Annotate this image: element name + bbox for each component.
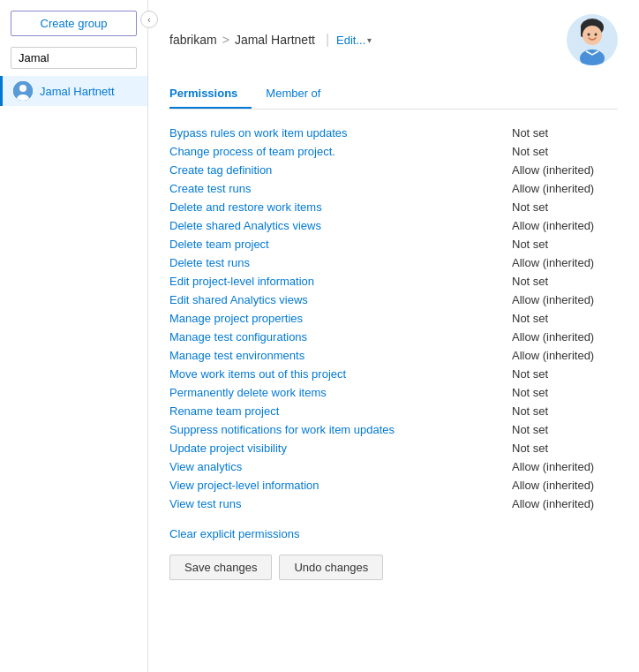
permission-name[interactable]: Bypass rules on work item updates: [169, 126, 348, 140]
permission-row: Delete shared Analytics viewsAllow (inhe…: [169, 216, 618, 235]
breadcrumb-user: Jamal Hartnett: [235, 33, 315, 47]
edit-label: Edit...: [336, 34, 365, 47]
permission-name[interactable]: View test runs: [169, 497, 241, 510]
permission-name[interactable]: Edit shared Analytics views: [169, 293, 308, 306]
tab-permissions[interactable]: Permissions: [169, 79, 252, 109]
collapse-button[interactable]: ‹: [140, 11, 158, 28]
permission-value: Allow (inherited): [512, 349, 618, 362]
permission-name[interactable]: Manage project properties: [169, 312, 303, 325]
breadcrumb: fabrikam > Jamal Hartnett |: [169, 32, 336, 48]
permission-value: Not set: [512, 126, 618, 140]
permission-row: Delete and restore work itemsNot set: [169, 198, 618, 216]
permission-name[interactable]: Change process of team project.: [169, 145, 335, 158]
permission-name[interactable]: Create tag definition: [169, 163, 272, 177]
permission-name[interactable]: Rename team project: [169, 404, 279, 418]
permission-row: Update project visibilityNot set: [169, 439, 618, 457]
permission-value: Not set: [512, 442, 618, 455]
permission-row: Suppress notifications for work item upd…: [169, 420, 618, 439]
breadcrumb-sep: >: [222, 33, 229, 47]
user-avatar-large: [567, 14, 618, 65]
permission-value: Allow (inherited): [512, 497, 618, 510]
permission-row: View analyticsAllow (inherited): [169, 457, 618, 476]
undo-changes-button[interactable]: Undo changes: [279, 555, 383, 580]
permission-name[interactable]: Suppress notifications for work item upd…: [169, 423, 395, 436]
permission-name[interactable]: Delete team project: [169, 238, 269, 251]
permission-value: Not set: [512, 367, 618, 381]
permission-row: Manage project propertiesNot set: [169, 309, 618, 328]
permission-row: Rename team projectNot set: [169, 402, 618, 420]
permission-row: Edit shared Analytics viewsAllow (inheri…: [169, 291, 618, 309]
svg-point-8: [595, 34, 598, 36]
permissions-list: Bypass rules on work item updatesNot set…: [169, 124, 618, 513]
permission-name[interactable]: Move work items out of this project: [169, 367, 346, 381]
svg-point-7: [588, 34, 590, 36]
permission-row: Permanently delete work itemsNot set: [169, 383, 618, 402]
permission-name[interactable]: Delete shared Analytics views: [169, 219, 321, 232]
permission-name[interactable]: Manage test environments: [169, 349, 304, 362]
edit-dropdown[interactable]: Edit... ▾: [336, 34, 372, 47]
permission-name[interactable]: Permanently delete work items: [169, 386, 327, 399]
permission-row: View project-level informationAllow (inh…: [169, 476, 618, 495]
permission-name[interactable]: Manage test configurations: [169, 330, 307, 344]
permission-name[interactable]: Delete and restore work items: [169, 200, 322, 214]
permission-row: Delete test runsAllow (inherited): [169, 253, 618, 272]
permission-row: Delete team projectNot set: [169, 235, 618, 253]
permission-value: Not set: [512, 423, 618, 436]
create-group-button[interactable]: Create group: [11, 11, 137, 36]
permission-value: Allow (inherited): [512, 293, 618, 306]
permission-name[interactable]: Edit project-level information: [169, 275, 314, 288]
permission-value: Allow (inherited): [512, 330, 618, 344]
breadcrumb-divider: |: [326, 32, 329, 48]
svg-point-1: [19, 85, 26, 92]
permission-name[interactable]: Create test runs: [169, 182, 252, 195]
breadcrumb-org: fabrikam: [169, 33, 217, 47]
avatar-small: [13, 81, 33, 101]
permission-row: Change process of team project.Not set: [169, 142, 618, 161]
sidebar-item-user[interactable]: Jamal Hartnett: [0, 76, 147, 106]
tab-member-of[interactable]: Member of: [266, 79, 335, 109]
permission-value: Allow (inherited): [512, 479, 618, 492]
clear-explicit-permissions-link[interactable]: Clear explicit permissions: [169, 527, 299, 540]
permission-value: Allow (inherited): [512, 182, 618, 195]
permission-row: Create test runsAllow (inherited): [169, 179, 618, 198]
permission-value: Not set: [512, 200, 618, 214]
main-content: fabrikam > Jamal Hartnett | Edit... ▾: [148, 0, 639, 672]
svg-point-6: [583, 26, 602, 45]
header: fabrikam > Jamal Hartnett | Edit... ▾: [169, 14, 618, 65]
tabs-container: Permissions Member of: [169, 79, 618, 109]
permission-name[interactable]: Update project visibility: [169, 442, 287, 455]
permission-row: View test runsAllow (inherited): [169, 495, 618, 513]
permission-row: Manage test configurationsAllow (inherit…: [169, 328, 618, 346]
permission-value: Not set: [512, 145, 618, 158]
permission-value: Not set: [512, 404, 618, 418]
sidebar: ‹ Create group Jamal Hartnett: [0, 0, 148, 672]
permission-row: Edit project-level informationNot set: [169, 272, 618, 291]
permission-name[interactable]: View analytics: [169, 460, 242, 473]
permission-name[interactable]: View project-level information: [169, 479, 320, 492]
permission-value: Not set: [512, 312, 618, 325]
permission-row: Manage test environmentsAllow (inherited…: [169, 346, 618, 365]
permission-value: Allow (inherited): [512, 460, 618, 473]
search-input[interactable]: [11, 47, 137, 69]
sidebar-user-name: Jamal Hartnett: [40, 85, 115, 98]
permission-value: Allow (inherited): [512, 219, 618, 232]
permission-row: Move work items out of this projectNot s…: [169, 365, 618, 383]
save-changes-button[interactable]: Save changes: [169, 555, 272, 580]
permission-value: Not set: [512, 275, 618, 288]
permission-value: Not set: [512, 386, 618, 399]
permission-value: Not set: [512, 238, 618, 251]
permission-value: Allow (inherited): [512, 256, 618, 269]
permission-row: Create tag definitionAllow (inherited): [169, 161, 618, 179]
permission-name[interactable]: Delete test runs: [169, 256, 250, 269]
permission-row: Bypass rules on work item updatesNot set: [169, 124, 618, 142]
chevron-down-icon: ▾: [367, 35, 372, 45]
action-buttons: Save changes Undo changes: [169, 555, 618, 580]
permission-value: Allow (inherited): [512, 163, 618, 177]
